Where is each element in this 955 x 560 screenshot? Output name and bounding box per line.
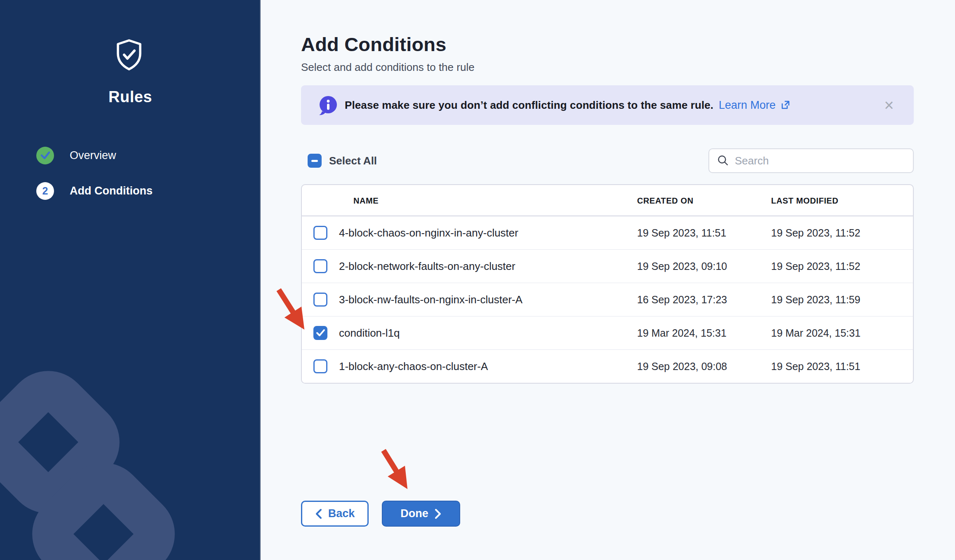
row-created-on: 16 Sep 2023, 17:23 <box>637 283 727 316</box>
select-all-label[interactable]: Select All <box>329 155 377 167</box>
row-name: 2-block-network-faults-on-any-cluster <box>339 250 515 283</box>
info-banner: Please make sure you don’t add conflicti… <box>301 85 914 125</box>
minus-icon <box>311 160 318 162</box>
check-icon <box>316 329 325 337</box>
row-checkbox[interactable] <box>313 293 327 307</box>
select-all-checkbox[interactable] <box>308 154 322 168</box>
row-name: 1-block-any-chaos-on-cluster-A <box>339 350 488 383</box>
row-checkbox[interactable] <box>313 326 327 340</box>
row-last-modified: 19 Mar 2024, 15:31 <box>771 316 861 349</box>
learn-more-label: Learn More <box>719 99 776 112</box>
table-row[interactable]: 2-block-network-faults-on-any-cluster 19… <box>302 250 913 283</box>
back-button[interactable]: Back <box>301 501 369 527</box>
chevron-left-icon <box>315 508 322 519</box>
close-icon: × <box>884 97 894 113</box>
row-created-on: 19 Mar 2024, 15:31 <box>637 316 727 349</box>
row-created-on: 19 Sep 2023, 09:10 <box>637 250 727 283</box>
main-content: Add Conditions Select and add conditions… <box>261 0 955 560</box>
search-input[interactable] <box>735 155 906 167</box>
back-label: Back <box>328 507 355 520</box>
sidebar-title: Rules <box>0 88 261 106</box>
done-label: Done <box>400 507 428 520</box>
row-created-on: 19 Sep 2023, 09:08 <box>637 350 727 383</box>
table-row[interactable]: 4-block-chaos-on-nginx-in-any-cluster 19… <box>302 216 913 250</box>
select-all-control: Select All <box>308 154 377 168</box>
wizard-sidebar: Rules Overview 2 Add Conditions <box>0 0 261 560</box>
row-last-modified: 19 Sep 2023, 11:52 <box>771 250 860 283</box>
row-last-modified: 19 Sep 2023, 11:51 <box>771 350 860 383</box>
table-row[interactable]: 3-block-nw-faults-on-nginx-in-cluster-A … <box>302 283 913 316</box>
row-created-on: 19 Sep 2023, 11:51 <box>637 216 726 249</box>
done-button[interactable]: Done <box>382 501 460 527</box>
row-checkbox[interactable] <box>313 359 327 373</box>
page-subtitle: Select and add conditions to the rule <box>301 61 475 74</box>
step-done-icon <box>36 147 54 164</box>
step-label: Overview <box>70 149 116 162</box>
brand-watermark <box>0 354 261 560</box>
search-icon <box>717 155 729 167</box>
col-last-modified: LAST MODIFIED <box>771 185 838 216</box>
learn-more-link[interactable]: Learn More <box>719 85 790 125</box>
sidebar-step-overview[interactable]: Overview <box>36 146 116 164</box>
table-body: 4-block-chaos-on-nginx-in-any-cluster 19… <box>302 216 913 383</box>
row-last-modified: 19 Sep 2023, 11:59 <box>771 283 860 316</box>
row-checkbox[interactable] <box>313 226 327 240</box>
page-title: Add Conditions <box>301 33 447 56</box>
col-created-on: CREATED ON <box>637 185 694 216</box>
row-name: 4-block-chaos-on-nginx-in-any-cluster <box>339 216 518 249</box>
row-checkbox[interactable] <box>313 259 327 273</box>
row-name: condition-l1q <box>339 316 400 349</box>
conditions-table: NAME CREATED ON LAST MODIFIED 4-block-ch… <box>301 184 914 384</box>
external-link-icon <box>780 100 790 110</box>
table-header: NAME CREATED ON LAST MODIFIED <box>302 185 913 216</box>
info-icon <box>319 96 338 115</box>
chevron-right-icon <box>434 508 442 519</box>
banner-message: Please make sure you don’t add conflicti… <box>345 85 713 125</box>
sidebar-step-add-conditions[interactable]: 2 Add Conditions <box>36 182 153 200</box>
table-row[interactable]: 1-block-any-chaos-on-cluster-A 19 Sep 20… <box>302 350 913 383</box>
step-number-badge: 2 <box>36 182 54 200</box>
col-name: NAME <box>353 185 379 216</box>
table-row[interactable]: condition-l1q 19 Mar 2024, 15:31 19 Mar … <box>302 316 913 350</box>
row-name: 3-block-nw-faults-on-nginx-in-cluster-A <box>339 283 522 316</box>
step-label: Add Conditions <box>70 185 153 197</box>
row-last-modified: 19 Sep 2023, 11:52 <box>771 216 860 249</box>
banner-close-button[interactable]: × <box>879 85 899 125</box>
shield-check-icon <box>115 39 143 71</box>
search-box <box>708 148 914 173</box>
